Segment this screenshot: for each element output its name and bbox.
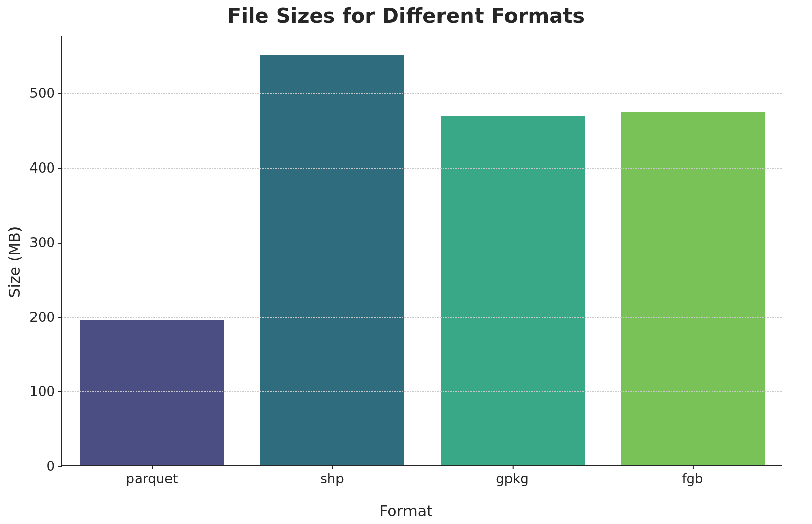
- y-tick-label: 400: [29, 160, 62, 176]
- bar-fgb: [621, 112, 765, 465]
- y-axis-label: Size (MB): [6, 226, 23, 298]
- bar-gpkg: [441, 116, 585, 465]
- y-tick-label: 300: [29, 235, 62, 250]
- chart-title: File Sizes for Different Formats: [0, 4, 812, 27]
- bar-shp: [260, 55, 404, 465]
- y-tick-label: 0: [46, 458, 62, 474]
- bar-chart: File Sizes for Different Formats Size (M…: [0, 0, 812, 524]
- bars-container: [62, 36, 782, 465]
- y-tick-label: 500: [29, 86, 62, 101]
- y-tick-label: 100: [29, 384, 62, 399]
- x-tick-label: parquet: [126, 465, 178, 486]
- x-tick-label: shp: [320, 465, 344, 486]
- x-tick-label: fgb: [682, 465, 703, 486]
- plot-area: 0100200300400500parquetshpgpkgfgb: [61, 36, 782, 466]
- bar-parquet: [80, 320, 224, 465]
- x-axis-label: Format: [379, 502, 433, 520]
- x-tick-label: gpkg: [496, 465, 529, 486]
- y-tick-label: 200: [29, 310, 62, 325]
